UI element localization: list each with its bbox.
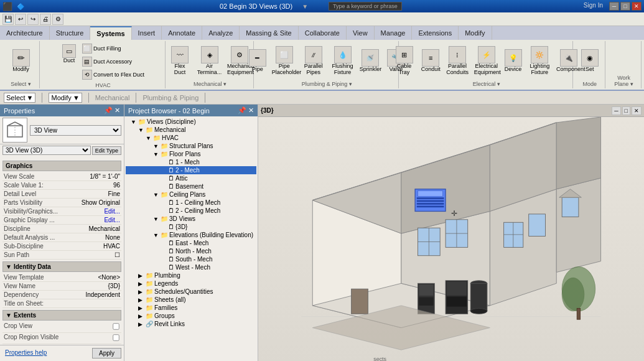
tree-item[interactable]: 🗒1 - Mech (126, 158, 256, 166)
tab-collaborate[interactable]: Collaborate (299, 26, 347, 40)
qa-print[interactable]: 🖨 (40, 14, 51, 25)
tree-item[interactable]: 🗒East - Mech (126, 239, 256, 247)
tree-item-label: 1 - Mech (175, 159, 200, 166)
qa-save[interactable]: 💾 (2, 14, 14, 25)
pb-close-btn[interactable]: ✕ (248, 106, 254, 115)
properties-pin-icon[interactable]: 📌 (104, 106, 113, 115)
vp-close-btn[interactable]: ✕ (632, 106, 642, 115)
prop-type-dropdown[interactable]: 3D View (30, 125, 121, 136)
tab-massing[interactable]: Massing & Site (240, 26, 298, 40)
tree-item[interactable]: 🗒South - Mech (126, 255, 256, 263)
device-button[interactable]: 💡 Device (502, 47, 525, 75)
convert-flex-button[interactable]: ⟲ Convert to Flex Duct (80, 68, 146, 81)
tree-item[interactable]: 🗒North - Mech (126, 247, 256, 255)
vp-minimize-btn[interactable]: ─ (612, 106, 620, 115)
qa-settings[interactable]: ⚙ (52, 14, 63, 25)
duct-button[interactable]: ▭ Duct (60, 42, 78, 81)
tree-expand-icon: ▶ (138, 305, 146, 311)
tree-item[interactable]: ▼📁Mechanical (126, 126, 256, 134)
tab-structure[interactable]: Structure (50, 26, 91, 40)
tree-item[interactable]: 🗒{3D} (126, 223, 256, 231)
modify-dropdown[interactable]: Modify ▼ (49, 93, 82, 103)
close-button[interactable]: ✕ (632, 2, 642, 11)
search-input[interactable]: Type a keyword or phrase (333, 3, 398, 9)
edit-type-button[interactable]: Edit Type (92, 146, 121, 155)
tab-view[interactable]: View (347, 26, 375, 40)
tree-item[interactable]: 🗒Attic (126, 174, 256, 182)
tree-item[interactable]: 🗒2 - Mech (126, 166, 256, 174)
tree-item[interactable]: ▶🔗Revit Links (126, 320, 256, 328)
minimize-button[interactable]: ─ (609, 2, 619, 11)
tree-item[interactable]: ▶📁Schedules/Quantities (126, 288, 256, 296)
tab-annotate[interactable]: Annotate (162, 26, 202, 40)
pipe-button[interactable]: ━ Pipe (246, 47, 269, 75)
tree-item-label: Families (154, 304, 177, 311)
tree-item[interactable]: 🗒2 - Ceiling Mech (126, 207, 256, 215)
tree-node-icon: 📁 (161, 151, 168, 157)
mode-group-label: Mode (582, 81, 597, 87)
set-button[interactable]: ◉ Set (579, 47, 601, 75)
tree-item[interactable]: 🗒West - Mech (126, 263, 256, 271)
duct-accessory-button[interactable]: ▤ Duct Accessory (80, 55, 146, 68)
tab-analyze[interactable]: Analyze (202, 26, 240, 40)
maximize-button[interactable]: □ (620, 2, 630, 11)
view-instance-dropdown[interactable]: 3D View (3D) (2, 146, 91, 155)
tab-architecture[interactable]: Architecture (0, 26, 50, 40)
tree-item[interactable]: ▼📁HVAC (126, 134, 256, 142)
parallel-conduits-button[interactable]: ⫶ Parallel Conduits (444, 44, 471, 78)
properties-close-btn[interactable]: ✕ (114, 106, 120, 115)
3d-view-icon (6, 121, 24, 139)
air-terminals-button[interactable]: ◈ Air Termina... (195, 44, 223, 78)
modify-button[interactable]: ✏ Modify (10, 47, 32, 75)
tree-item[interactable]: ▶📁Groups (126, 312, 256, 320)
pipe-placeholder-button[interactable]: ⬜ Pipe Placeholder (271, 44, 298, 78)
tab-manage[interactable]: Manage (375, 26, 413, 40)
quick-access-toolbar: 💾 ↩ ↪ 🖨 ⚙ (0, 12, 644, 26)
conduit-button[interactable]: ≡ Conduit (419, 47, 442, 75)
duct-placeholder-icon: ⬜ (82, 44, 92, 54)
tree-item[interactable]: ▼📁Ceiling Plans (126, 190, 256, 199)
tree-item[interactable]: ▶📁Legends (126, 279, 256, 288)
prop-help-link[interactable]: Properties help (2, 348, 49, 359)
flushing-fixture-button[interactable]: 💧 Flushing Fixture (329, 44, 357, 78)
tree-item[interactable]: ▼📁Structural Plans (126, 142, 256, 150)
lighting-fixture-icon: 🔆 (531, 46, 548, 63)
conduit-icon: ≡ (422, 49, 439, 67)
tab-extensions[interactable]: Extensions (412, 26, 459, 40)
tree-item[interactable]: ▼📁Floor Plans (126, 150, 256, 158)
pb-pin-icon[interactable]: 📌 (238, 106, 246, 115)
qa-undo[interactable]: ↩ (15, 14, 26, 25)
apply-button[interactable]: Apply (92, 348, 121, 359)
vp-restore-btn[interactable]: □ (622, 106, 630, 115)
tab-insert[interactable]: Insert (132, 26, 162, 40)
tree-item[interactable]: ▼📁3D Views (126, 215, 256, 223)
sign-in-label[interactable]: Sign In (584, 2, 603, 11)
tree-item[interactable]: ▶📁Families (126, 304, 256, 312)
cable-tray-button[interactable]: ⊞ Cable Tray (391, 44, 418, 78)
sprinkler-button[interactable]: 🚿 Sprinkler (358, 47, 383, 75)
electrical-equipment-button[interactable]: ⚡ Electrical Equipment (473, 44, 500, 78)
tree-node-icon: 📁 (146, 280, 153, 287)
tree-item-label: Floor Plans (169, 151, 201, 157)
duct-placeholder-label: Duct Filling (93, 45, 121, 52)
tab-systems[interactable]: Systems (90, 26, 131, 40)
plumbing-group-label: Plumbing & Piping ▾ (302, 81, 352, 87)
duct-placeholder-button[interactable]: ⬜ Duct Filling (80, 42, 146, 55)
tree-item[interactable]: ▶📁Sheets (all) (126, 296, 256, 304)
svg-rect-46 (577, 308, 580, 319)
parallel-pipes-button[interactable]: ⫽ Parallel Pipes (300, 44, 327, 78)
tree-item[interactable]: 🗒Basement (126, 182, 256, 190)
lighting-fixture-button[interactable]: 🔆 Lighting Fixture (526, 44, 554, 78)
tab-modify[interactable]: Modify (459, 26, 492, 40)
tree-item[interactable]: ▼📁Elevations (Building Elevation) (126, 231, 256, 239)
prop-title-on-sheet: Title on Sheet: (2, 299, 121, 308)
svg-rect-32 (417, 203, 444, 205)
select-dropdown[interactable]: Select ▼ (4, 93, 35, 103)
qa-redo[interactable]: ↪ (27, 14, 39, 25)
tree-item[interactable]: 🗒1 - Ceiling Mech (126, 199, 256, 207)
tree-item[interactable]: ▶📁Plumbing (126, 271, 256, 279)
viewport-canvas[interactable]: ✛ sects (258, 117, 644, 361)
tree-item[interactable]: ▼📁Views (Discipline) (126, 118, 256, 126)
flex-duct-button[interactable]: 〰 Flex Duct (167, 44, 194, 78)
tree-node-icon: 🗒 (168, 223, 174, 230)
